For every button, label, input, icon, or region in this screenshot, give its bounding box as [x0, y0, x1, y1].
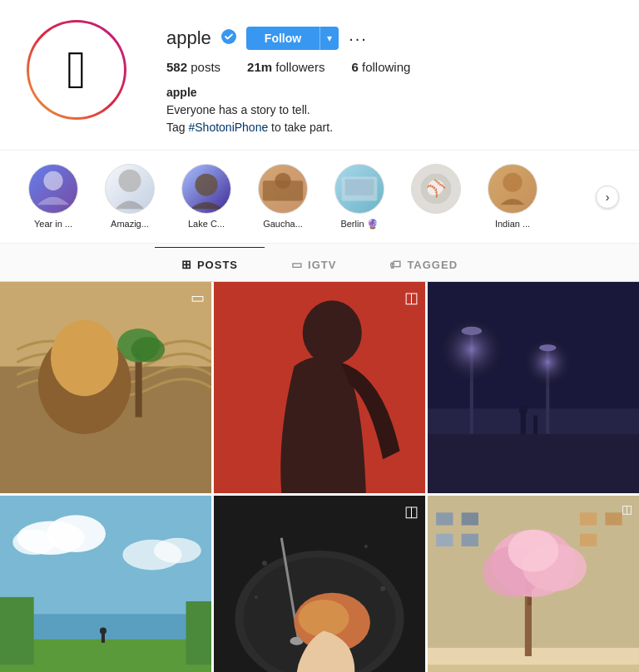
tagged-tab-icon: 🏷: [389, 258, 402, 271]
story-thumb: [181, 164, 231, 214]
svg-rect-64: [580, 512, 597, 525]
tabs-section: ⊞ POSTS ▭ IGTV 🏷 TAGGED: [0, 247, 639, 282]
svg-rect-33: [428, 282, 639, 493]
avatar-ring: : [27, 20, 126, 120]
story-thumb: [488, 164, 537, 214]
tab-posts[interactable]: ⊞ POSTS: [155, 247, 265, 281]
following-count: 6: [351, 60, 358, 74]
svg-point-44: [100, 627, 106, 634]
more-options-button[interactable]: ···: [349, 29, 368, 48]
svg-rect-66: [580, 534, 597, 546]
following-label: following: [362, 60, 410, 74]
bio-hashtag[interactable]: #ShotoniPhone: [188, 121, 268, 134]
svg-rect-20: [214, 282, 425, 493]
verified-icon: [221, 29, 236, 47]
grid-item-6[interactable]: ◫: [428, 496, 639, 672]
svg-point-57: [380, 586, 385, 591]
followers-stat: 21m followers: [247, 60, 324, 74]
following-stat: 6 following: [351, 60, 410, 74]
post-image-5: ◫: [214, 496, 425, 672]
stories-scroll: Year in ... Amazig... Lake C... Gaucha..…: [20, 164, 589, 230]
grid-item-4[interactable]: [0, 496, 211, 672]
story-label: Year in ...: [34, 219, 72, 229]
grid-item-5[interactable]: ◫: [214, 496, 425, 672]
stats-row: 582 posts 21m followers 6 following: [166, 60, 612, 74]
post-image-4: [0, 496, 211, 672]
story-item[interactable]: Indian ...: [479, 164, 546, 230]
story-thumb: ⚾: [411, 164, 461, 214]
svg-text:⚾: ⚾: [426, 179, 447, 198]
profile-info: apple Follow ▾ ··· 582 posts 21m followe…: [166, 20, 612, 136]
story-item[interactable]: Berlin 🔮: [326, 164, 393, 230]
svg-rect-46: [186, 601, 211, 665]
svg-point-2: [118, 170, 141, 192]
bio-name: apple: [166, 84, 612, 101]
story-label: Indian ...: [495, 219, 530, 229]
story-thumb: [28, 164, 78, 214]
story-thumb: [105, 164, 155, 214]
follow-dropdown-button[interactable]: ▾: [320, 27, 339, 50]
stories-next-button[interactable]: ›: [596, 185, 619, 209]
svg-rect-60: [436, 512, 453, 525]
post-image-2: ◫: [214, 282, 425, 493]
svg-point-17: [51, 320, 118, 396]
apple-logo-icon: : [67, 43, 86, 96]
story-label: Gaucha...: [263, 219, 303, 229]
posts-count: 582: [166, 60, 187, 74]
tab-igtv-label: IGTV: [308, 259, 336, 271]
story-label: Lake C...: [188, 219, 225, 229]
follow-btn-group: Follow ▾: [246, 27, 339, 50]
igtv-tab-icon: ▭: [291, 258, 303, 271]
posts-tab-icon: ⊞: [181, 258, 192, 271]
svg-point-3: [195, 174, 217, 196]
post-type-icon-6: ◫: [622, 502, 632, 516]
bio-line2-suffix: to take part.: [268, 121, 333, 134]
svg-point-55: [364, 545, 368, 548]
story-item[interactable]: ⚾: [403, 164, 469, 230]
svg-rect-65: [605, 512, 622, 525]
bio-section: apple Everyone has a story to tell. Tag …: [166, 84, 612, 136]
svg-point-10: [503, 173, 522, 192]
grid-item-1[interactable]: ▭: [0, 282, 211, 493]
story-thumb: [258, 164, 308, 214]
svg-point-1: [43, 171, 62, 190]
svg-point-40: [154, 538, 201, 563]
stories-section: Year in ... Amazig... Lake C... Gaucha..…: [0, 150, 639, 244]
story-thumb: [334, 164, 384, 214]
svg-rect-45: [0, 597, 34, 665]
svg-point-56: [255, 595, 258, 599]
tab-igtv[interactable]: ▭ IGTV: [265, 247, 363, 281]
svg-rect-61: [462, 512, 478, 525]
svg-point-5: [275, 173, 290, 189]
svg-rect-62: [436, 534, 453, 546]
grid-item-2[interactable]: ◫: [214, 282, 425, 493]
tab-posts-label: POSTS: [197, 259, 238, 271]
post-type-icon-5: ◫: [404, 502, 419, 521]
followers-count: 21m: [247, 60, 272, 74]
avatar: : [29, 22, 124, 117]
svg-point-72: [508, 530, 559, 572]
svg-rect-63: [462, 534, 478, 546]
posts-label: posts: [191, 60, 220, 74]
post-image-3: [428, 282, 639, 493]
profile-header:  apple Follow ▾ ··· 582 posts: [0, 0, 639, 150]
story-item[interactable]: Year in ...: [20, 164, 87, 230]
posts-stat: 582 posts: [166, 60, 220, 74]
svg-rect-73: [428, 665, 639, 672]
svg-point-38: [12, 530, 55, 555]
follow-button[interactable]: Follow: [246, 27, 320, 50]
bio-line1: Everyone has a story to tell.: [166, 101, 612, 119]
story-item[interactable]: Lake C...: [173, 164, 240, 230]
post-type-icon-1: ▭: [191, 289, 205, 307]
profile-top-row: apple Follow ▾ ···: [166, 27, 612, 50]
bio-line2-prefix: Tag: [166, 121, 188, 134]
svg-rect-7: [345, 179, 374, 195]
story-item[interactable]: Gaucha...: [250, 164, 316, 230]
tab-tagged-label: TAGGED: [407, 259, 458, 271]
post-image-1: ▭: [0, 282, 211, 493]
tab-tagged[interactable]: 🏷 TAGGED: [363, 247, 484, 281]
story-label: Amazig...: [111, 219, 149, 229]
posts-grid: ▭ ◫: [0, 282, 639, 672]
grid-item-3[interactable]: [428, 282, 639, 493]
story-item[interactable]: Amazig...: [97, 164, 163, 230]
